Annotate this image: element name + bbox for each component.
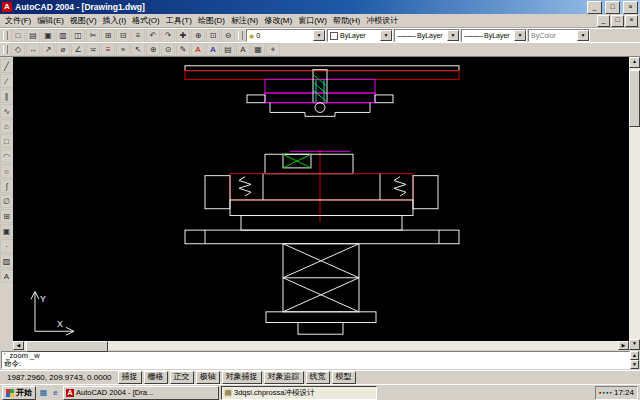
pan-icon[interactable]: ✚ xyxy=(176,29,190,42)
osnap-icon[interactable]: ◇ xyxy=(11,43,25,56)
taskbar-item-die-design[interactable]: ▤ 3dqsi.chprossa冲模设计 xyxy=(221,386,377,400)
toggle-osnap[interactable]: 对象捕捉 xyxy=(222,371,262,384)
paste-icon[interactable]: ⊟ xyxy=(116,29,130,42)
dim-edit-icon[interactable]: ✎ xyxy=(176,43,190,56)
dim-angular-icon[interactable]: ∠ xyxy=(71,43,85,56)
tolerance-icon[interactable]: ⊕ xyxy=(146,43,160,56)
horizontal-scroll-thumb[interactable] xyxy=(26,341,108,352)
lineweight-dropdown[interactable]: ——— ByLayer ▼ xyxy=(461,29,527,42)
chevron-down-icon[interactable]: ▼ xyxy=(380,30,392,41)
plotstyle-dropdown[interactable]: ByColor ▼ xyxy=(528,29,590,42)
minimize-button[interactable]: _ xyxy=(587,1,602,14)
model-space[interactable]: Y X xyxy=(13,57,629,341)
menu-modify[interactable]: 修改(M) xyxy=(261,15,295,26)
tray-icon-purple[interactable]: ▪ xyxy=(609,389,611,396)
tray-icon-green[interactable]: ▪ xyxy=(603,389,605,396)
vertical-scrollbar[interactable]: ▲ ▼ xyxy=(629,57,640,350)
distance-icon[interactable]: ⌖ xyxy=(266,43,280,56)
toolbar-grip[interactable] xyxy=(3,31,8,40)
dim-style-icon[interactable]: ▤ xyxy=(221,43,235,56)
center-mark-icon[interactable]: ⊙ xyxy=(161,43,175,56)
toolbar-grip[interactable] xyxy=(3,45,8,54)
hatch-icon[interactable]: ▨ xyxy=(0,254,13,268)
polygon-icon[interactable]: ⌂ xyxy=(0,119,13,133)
construction-line-icon[interactable]: ∕ xyxy=(0,74,13,88)
quick-dim-icon[interactable]: ≍ xyxy=(86,43,100,56)
chevron-down-icon[interactable]: ▼ xyxy=(577,30,589,41)
chevron-down-icon[interactable]: ▼ xyxy=(447,30,459,41)
new-icon[interactable]: □ xyxy=(11,29,25,42)
layer-dropdown[interactable]: ◉ 0 ▼ xyxy=(246,29,326,42)
toggle-polar[interactable]: 极轴 xyxy=(196,371,220,384)
zoom-previous-icon[interactable]: ⊖ xyxy=(221,29,235,42)
dim-baseline-icon[interactable]: ≡ xyxy=(101,43,115,56)
menu-format[interactable]: 格式(O) xyxy=(129,15,163,26)
tray-icon-red[interactable]: ▪ xyxy=(599,389,601,396)
dim-aligned-icon[interactable]: ↗ xyxy=(41,43,55,56)
menu-insert[interactable]: 插入(I) xyxy=(100,15,130,26)
make-block-icon[interactable]: ▣ xyxy=(0,224,13,238)
quick-leader-icon[interactable]: ↖ xyxy=(131,43,145,56)
drawing-canvas[interactable]: Y X xyxy=(13,57,629,341)
menu-edit[interactable]: 编辑(E) xyxy=(34,15,67,26)
dim-radius-icon[interactable]: ⌀ xyxy=(56,43,70,56)
line-icon[interactable]: ╱ xyxy=(0,59,13,73)
ellipse-icon[interactable]: ∅ xyxy=(0,194,13,208)
chevron-down-icon[interactable]: ▼ xyxy=(313,30,325,41)
menu-draw[interactable]: 绘图(D) xyxy=(195,15,228,26)
dim-continue-icon[interactable]: » xyxy=(116,43,130,56)
scroll-left-icon[interactable]: ◀ xyxy=(13,341,24,350)
cut-icon[interactable]: ✂ xyxy=(86,29,100,42)
menu-file[interactable]: 文件(F) xyxy=(2,15,34,26)
mtext-toolbar-icon[interactable]: ▦ xyxy=(251,43,265,56)
open-icon[interactable]: ▤ xyxy=(26,29,40,42)
copy-icon[interactable]: ⊞ xyxy=(101,29,115,42)
menu-tools[interactable]: 工具(T) xyxy=(163,15,195,26)
horizontal-scrollbar[interactable]: ◀ ▶ xyxy=(13,341,629,350)
toggle-snap[interactable]: 捕捉 xyxy=(118,371,142,384)
vertical-scroll-track[interactable] xyxy=(629,68,640,339)
tray-icon-blue[interactable]: ▪ xyxy=(606,389,608,396)
spline-icon[interactable]: ∫ xyxy=(0,179,13,193)
match-properties-icon[interactable]: ≡ xyxy=(131,29,145,42)
command-scrollbar[interactable]: ▲ ▼ xyxy=(630,351,639,369)
restore-button[interactable]: □ xyxy=(605,1,620,14)
scroll-down-icon[interactable]: ▼ xyxy=(630,360,639,369)
linetype-dropdown[interactable]: ——— ByLayer ▼ xyxy=(394,29,460,42)
plot-icon[interactable]: ▥ xyxy=(56,29,70,42)
arc-icon[interactable]: ◠ xyxy=(0,149,13,163)
point-icon[interactable]: · xyxy=(0,239,13,253)
scroll-up-icon[interactable]: ▲ xyxy=(629,57,640,68)
undo-icon[interactable]: ↶ xyxy=(146,29,160,42)
toolbar-grip[interactable] xyxy=(238,31,243,40)
multiline-icon[interactable]: ∥ xyxy=(0,89,13,103)
close-button[interactable]: × xyxy=(623,1,638,14)
dim-text-edit-icon[interactable]: A xyxy=(191,43,205,56)
quicklaunch-desktop-icon[interactable]: ▦ xyxy=(38,387,49,398)
scroll-up-icon[interactable]: ▲ xyxy=(630,351,639,360)
menu-window[interactable]: 窗口(W) xyxy=(295,15,330,26)
insert-block-icon[interactable]: ⊞ xyxy=(0,209,13,223)
toggle-grid[interactable]: 栅格 xyxy=(144,371,168,384)
quicklaunch-browser-icon[interactable]: e xyxy=(50,387,61,398)
text-style-icon[interactable]: A xyxy=(236,43,250,56)
doc-restore-button[interactable]: □ xyxy=(611,15,624,27)
command-input[interactable]: '_zoom _w 命令: xyxy=(1,351,630,369)
menu-help[interactable]: 帮助(H) xyxy=(330,15,363,26)
taskbar-item-autocad[interactable]: A AutoCAD 2004 - [Dra... xyxy=(63,386,219,400)
toggle-ortho[interactable]: 正交 xyxy=(170,371,194,384)
dim-linear-icon[interactable]: ↔ xyxy=(26,43,40,56)
plot-preview-icon[interactable]: ◫ xyxy=(71,29,85,42)
scroll-right-icon[interactable]: ▶ xyxy=(618,341,629,350)
vertical-scroll-thumb[interactable] xyxy=(629,70,640,127)
toggle-lineweight[interactable]: 线宽 xyxy=(306,371,330,384)
menu-view[interactable]: 视图(V) xyxy=(67,15,100,26)
start-button[interactable]: 开始 xyxy=(2,386,36,400)
polyline-icon[interactable]: ∿ xyxy=(0,104,13,118)
circle-icon[interactable]: ○ xyxy=(0,164,13,178)
menu-die-design[interactable]: 冲模设计 xyxy=(363,15,401,26)
mtext-icon[interactable]: A xyxy=(0,269,13,283)
scroll-down-icon[interactable]: ▼ xyxy=(629,339,640,350)
dim-update-icon[interactable]: A xyxy=(206,43,220,56)
doc-close-button[interactable]: × xyxy=(625,15,638,27)
